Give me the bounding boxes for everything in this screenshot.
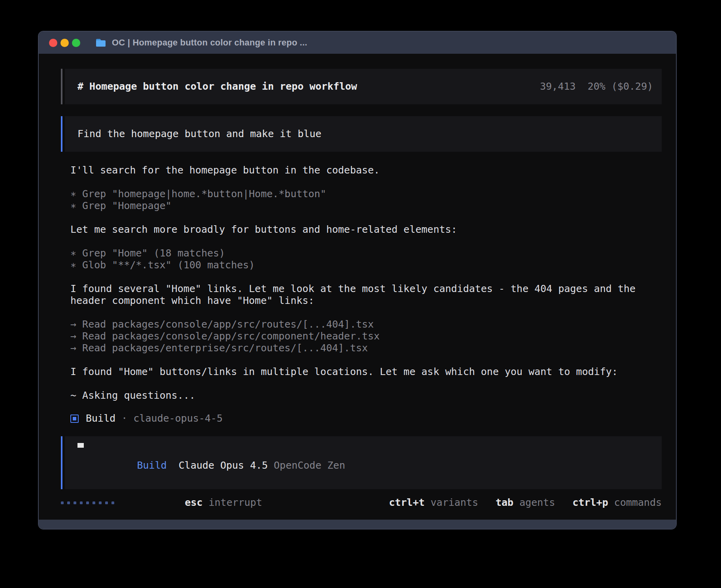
esc-key-hint: esc — [185, 497, 203, 508]
terminal-window: OC | Homepage button color change in rep… — [38, 31, 677, 530]
shortcut-variants: ctrl+t variants — [389, 497, 478, 509]
text-cursor[interactable] — [77, 443, 84, 448]
assistant-paragraph: Let me search more broadly for buttons a… — [61, 224, 662, 236]
session-header-border — [61, 69, 62, 104]
folder-icon — [95, 38, 106, 47]
window-titlebar[interactable]: OC | Homepage button color change in rep… — [39, 32, 676, 54]
user-message-block: Find the homepage button and make it blu… — [61, 116, 662, 152]
shortcut-agents: tab agents — [496, 497, 555, 509]
tool-call-group: ∗ Grep "Home" (18 matches) ∗ Glob "**/*.… — [61, 247, 662, 271]
session-stats: 39,413 20% ($0.29) — [540, 81, 653, 92]
window-bottom-strip — [39, 520, 676, 529]
close-button[interactable] — [49, 39, 57, 47]
tool-call-group: ∗ Grep "homepage|home.*button|Home.*butt… — [61, 188, 662, 212]
agent-badge-icon — [70, 415, 79, 423]
provider-name: OpenCode Zen — [274, 460, 345, 471]
model-name[interactable]: Claude Opus 4.5 — [179, 460, 268, 471]
activity-dots-indicator — [61, 501, 114, 504]
user-message-text: Find the homepage button and make it blu… — [77, 128, 321, 140]
agent-mode-label[interactable]: Build — [137, 460, 167, 471]
tool-call-line: ∗ Grep "Homepage" — [70, 200, 662, 212]
status-bar: esc interrupt ctrl+t variants tab agents… — [61, 497, 662, 509]
model-status-line: BuildClaude Opus 4.5OpenCode Zen — [77, 448, 662, 483]
assistant-status-line: ~ Asking questions... — [61, 390, 662, 401]
shortcut-commands: ctrl+p commands — [572, 497, 662, 509]
assistant-paragraph: I'll search for the homepage button in t… — [61, 164, 662, 176]
minimize-button[interactable] — [60, 39, 69, 47]
tool-call-line: → Read packages/console/app/src/componen… — [70, 330, 662, 342]
session-header: # Homepage button color change in repo w… — [61, 69, 662, 104]
agent-name: Build — [86, 413, 115, 424]
agent-model: claude-opus-4-5 — [133, 413, 223, 424]
session-title: # Homepage button color change in repo w… — [77, 81, 357, 92]
assistant-paragraph: I found "Home" buttons/links in multiple… — [61, 366, 662, 378]
esc-key-label: interrupt — [203, 497, 262, 508]
user-message-border — [61, 116, 62, 152]
agent-separator: · — [115, 413, 133, 424]
prompt-input-block[interactable]: BuildClaude Opus 4.5OpenCode Zen — [61, 436, 662, 489]
tool-call-line: ∗ Grep "homepage|home.*button|Home.*butt… — [70, 188, 662, 200]
assistant-paragraph: I found several "Home" links. Let me loo… — [61, 283, 662, 307]
tool-call-line: → Read packages/console/app/src/routes/[… — [70, 318, 662, 330]
window-title: OC | Homepage button color change in rep… — [112, 38, 307, 48]
tool-call-line: ∗ Grep "Home" (18 matches) — [70, 247, 662, 259]
maximize-button[interactable] — [72, 39, 80, 47]
agent-badge-line: Build · claude-opus-4-5 — [61, 413, 662, 424]
tool-call-group: → Read packages/console/app/src/routes/[… — [61, 318, 662, 354]
prompt-input-border — [61, 436, 62, 489]
tool-call-line: ∗ Glob "**/*.tsx" (100 matches) — [70, 259, 662, 271]
tool-call-line: → Read packages/enterprise/src/routes/[.… — [70, 342, 662, 354]
terminal-content: # Homepage button color change in repo w… — [39, 54, 676, 520]
traffic-lights — [49, 39, 80, 47]
